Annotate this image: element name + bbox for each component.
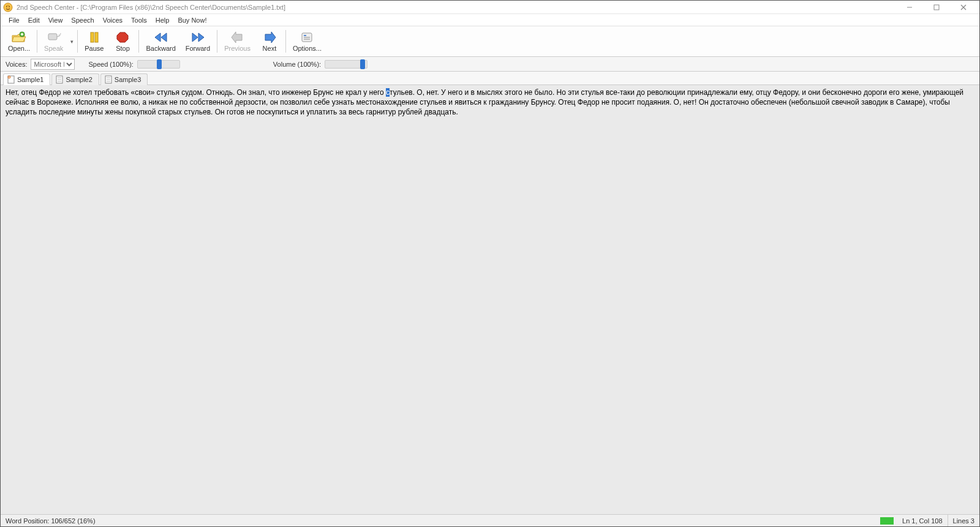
document-text-pre: Нет, отец Федор не хотел требовать «свои… xyxy=(6,88,386,97)
speak-dropdown[interactable]: ▾ xyxy=(68,39,75,45)
stop-button[interactable]: Stop xyxy=(108,28,137,55)
file-icon xyxy=(56,75,63,84)
tabs-bar: Sample1 Sample2 Sample3 xyxy=(1,72,979,85)
next-icon xyxy=(262,31,277,44)
tab-label: Sample3 xyxy=(115,76,141,83)
tab-label: Sample2 xyxy=(66,76,92,83)
open-label: Open... xyxy=(8,45,30,52)
menu-edit[interactable]: Edit xyxy=(24,15,44,25)
options-button[interactable]: Options... xyxy=(288,28,326,55)
svg-marker-12 xyxy=(155,33,160,42)
minimize-button[interactable] xyxy=(896,1,923,14)
voices-label: Voices: xyxy=(6,61,27,68)
svg-point-2 xyxy=(9,6,10,7)
status-word-position: Word Position: 106/652 (16%) xyxy=(1,515,100,526)
options-icon xyxy=(299,31,315,44)
svg-rect-10 xyxy=(95,32,98,42)
next-label: Next xyxy=(263,45,277,52)
speed-slider-thumb[interactable] xyxy=(157,59,162,69)
volume-slider[interactable] xyxy=(325,60,368,69)
forward-label: Forward xyxy=(186,45,210,52)
tab-sample2[interactable]: Sample2 xyxy=(51,73,99,85)
svg-rect-19 xyxy=(304,39,310,40)
stop-label: Stop xyxy=(116,45,130,52)
toolbar: Open... Speak ▾ Pause xyxy=(1,26,979,57)
speak-icon xyxy=(46,31,62,44)
svg-marker-11 xyxy=(117,32,128,42)
stop-icon xyxy=(115,31,130,44)
svg-point-0 xyxy=(4,3,12,12)
maximize-button[interactable] xyxy=(923,1,950,14)
tab-label: Sample1 xyxy=(17,76,43,83)
speak-button[interactable]: Speak xyxy=(39,29,68,53)
file-modified-icon xyxy=(7,75,15,84)
svg-rect-17 xyxy=(304,35,306,36)
backward-label: Backward xyxy=(146,45,175,52)
svg-point-1 xyxy=(6,6,7,7)
tab-sample3[interactable]: Sample3 xyxy=(100,73,148,85)
status-indicator xyxy=(880,517,894,525)
options-label: Options... xyxy=(293,45,322,52)
close-button[interactable] xyxy=(950,1,977,14)
speed-label: Speed (100%): xyxy=(88,61,133,68)
forward-button[interactable]: Forward xyxy=(181,28,215,55)
document-area[interactable]: Нет, отец Федор не хотел требовать «свои… xyxy=(1,85,979,514)
svg-marker-13 xyxy=(161,33,167,42)
status-ln-col: Ln 1, Col 108 xyxy=(897,515,948,526)
menu-tools[interactable]: Tools xyxy=(127,15,151,25)
statusbar: Word Position: 106/652 (16%) Ln 1, Col 1… xyxy=(1,514,979,526)
svg-rect-9 xyxy=(91,32,94,42)
speak-label: Speak xyxy=(44,45,63,52)
app-icon xyxy=(3,2,13,12)
voice-select[interactable]: Microsoft Irina D xyxy=(31,59,75,70)
pause-label: Pause xyxy=(85,45,104,52)
tab-sample1[interactable]: Sample1 xyxy=(3,73,50,85)
controls-bar: Voices: Microsoft Irina D Speed (100%): … xyxy=(1,57,979,72)
volume-slider-thumb[interactable] xyxy=(360,59,365,69)
forward-icon xyxy=(190,31,206,44)
status-lines: Lines 3 xyxy=(948,515,979,526)
backward-icon xyxy=(153,31,169,44)
pause-button[interactable]: Pause xyxy=(80,28,108,55)
next-button[interactable]: Next xyxy=(255,28,284,55)
file-icon xyxy=(105,75,112,84)
menu-speech[interactable]: Speech xyxy=(67,15,98,25)
previous-button[interactable]: Previous xyxy=(219,28,255,55)
previous-icon xyxy=(230,31,246,44)
menu-buynow[interactable]: Buy Now! xyxy=(173,15,211,25)
menu-help[interactable]: Help xyxy=(151,15,174,25)
svg-rect-8 xyxy=(48,34,57,40)
menu-voices[interactable]: Voices xyxy=(99,15,127,25)
svg-rect-4 xyxy=(934,5,939,10)
open-icon xyxy=(11,31,27,44)
menu-file[interactable]: File xyxy=(4,15,24,25)
backward-button[interactable]: Backward xyxy=(141,28,180,55)
titlebar: 2nd Speech Center - [C:\Program Files (x… xyxy=(1,1,979,14)
open-button[interactable]: Open... xyxy=(3,28,35,55)
speed-slider[interactable] xyxy=(137,60,180,69)
window-title: 2nd Speech Center - [C:\Program Files (x… xyxy=(17,4,285,11)
menu-view[interactable]: View xyxy=(44,15,67,25)
svg-marker-14 xyxy=(192,33,198,42)
menubar: File Edit View Speech Voices Tools Help … xyxy=(1,14,979,26)
svg-rect-18 xyxy=(304,37,310,38)
svg-marker-15 xyxy=(198,33,204,42)
pause-icon xyxy=(86,31,102,44)
previous-label: Previous xyxy=(224,45,251,52)
volume-label: Volume (100%): xyxy=(273,61,321,68)
